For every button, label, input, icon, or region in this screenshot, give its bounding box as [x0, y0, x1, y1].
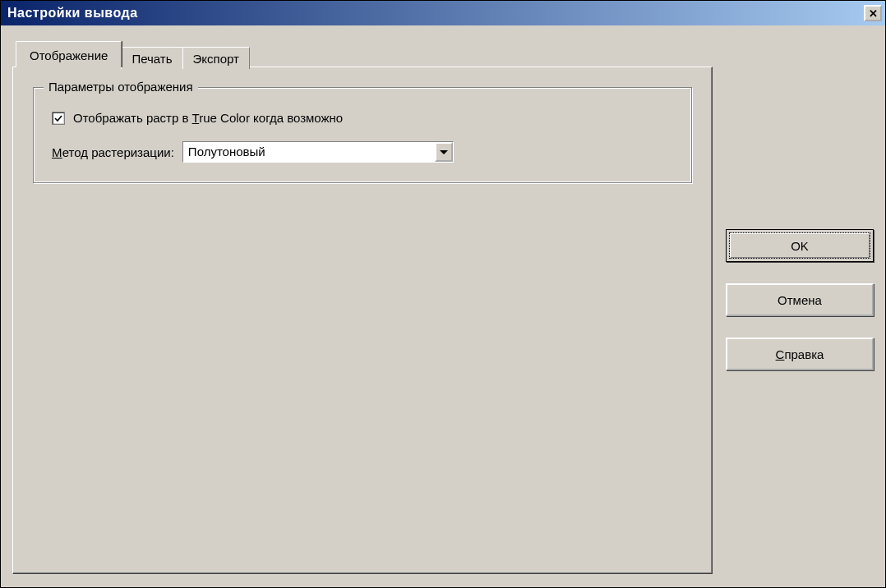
dialog-window: Настройки вывода ✕ Отображение Печать Эк… — [0, 0, 886, 588]
truecolor-label[interactable]: Отображать растр в True Color когда возм… — [73, 111, 343, 125]
window-title: Настройки вывода — [7, 6, 138, 21]
raster-method-row: Метод растеризации: Полутоновый — [52, 141, 673, 163]
truecolor-checkbox[interactable] — [52, 112, 65, 125]
check-icon — [54, 114, 62, 122]
group-title: Параметры отображения — [44, 80, 198, 94]
tab-export[interactable]: Экспорт — [182, 47, 250, 69]
truecolor-row: Отображать растр в True Color когда возм… — [52, 111, 673, 125]
display-params-group: Параметры отображения Отображать растр в… — [33, 87, 692, 183]
close-button[interactable]: ✕ — [864, 5, 882, 21]
raster-method-value: Полутоновый — [183, 142, 435, 162]
ok-button[interactable]: OK — [726, 229, 874, 262]
raster-method-combo[interactable]: Полутоновый — [182, 141, 454, 163]
help-button[interactable]: Справка — [726, 338, 874, 370]
tab-panel-display: Параметры отображения Отображать растр в… — [12, 67, 713, 574]
ok-button-label: OK — [791, 239, 809, 253]
tab-print-label: Печать — [132, 52, 172, 66]
cancel-button-label: Отмена — [778, 293, 822, 307]
chevron-down-icon — [440, 150, 448, 154]
tab-strip: Отображение Печать Экспорт — [16, 40, 713, 67]
title-bar: Настройки вывода ✕ — [1, 1, 885, 25]
tab-export-label: Экспорт — [193, 52, 239, 66]
tab-print[interactable]: Печать — [121, 47, 182, 69]
tab-display[interactable]: Отображение — [16, 41, 122, 67]
client-area: Отображение Печать Экспорт Параметры ото… — [1, 25, 885, 587]
dialog-buttons: OK Отмена Справка — [726, 40, 874, 576]
tab-control: Отображение Печать Экспорт Параметры ото… — [12, 40, 713, 576]
raster-method-label: Метод растеризации: — [52, 145, 174, 159]
close-icon: ✕ — [869, 7, 878, 20]
cancel-button[interactable]: Отмена — [726, 283, 874, 316]
combo-dropdown-button[interactable] — [435, 142, 453, 162]
tab-display-label: Отображение — [30, 48, 108, 62]
help-button-label: Справка — [776, 347, 824, 361]
